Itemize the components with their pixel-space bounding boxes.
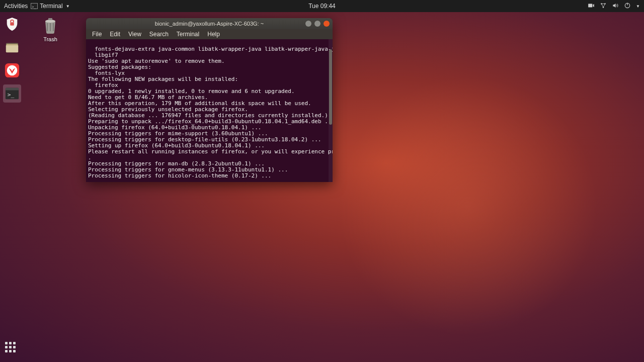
svg-rect-6 (10, 22, 14, 26)
menu-edit[interactable]: Edit (107, 30, 123, 38)
dock-item-shield[interactable] (3, 15, 21, 33)
close-button[interactable] (324, 21, 330, 27)
dock-item-files[interactable] (3, 38, 21, 56)
trash-icon (40, 15, 60, 35)
volume-icon[interactable] (612, 2, 619, 11)
menu-terminal[interactable]: Terminal (174, 30, 202, 38)
desktop-icon-trash[interactable]: Trash (34, 15, 66, 42)
network-icon[interactable] (600, 2, 607, 11)
activities-button[interactable]: Activities (4, 3, 28, 10)
screen-record-icon[interactable] (588, 2, 595, 11)
terminal-window: bionic_admin@yaxollum-Aspire-XC-603G: ~ … (86, 18, 333, 182)
top-panel: Activities Terminal ▼ Tue 09:44 ▼ (0, 0, 644, 12)
svg-rect-0 (588, 4, 592, 7)
menu-file[interactable]: File (89, 30, 105, 38)
minimize-button[interactable] (305, 21, 311, 27)
titlebar[interactable]: bionic_admin@yaxollum-Aspire-XC-603G: ~ (86, 18, 333, 29)
window-title: bionic_admin@yaxollum-Aspire-XC-603G: ~ (155, 21, 264, 27)
menubar: File Edit View Search Terminal Help (86, 29, 333, 39)
chevron-down-icon[interactable]: ▼ (636, 4, 640, 9)
terminal-scrollbar[interactable] (329, 39, 333, 182)
svg-rect-16 (48, 18, 52, 20)
svg-point-11 (7, 65, 18, 76)
terminal-output[interactable]: fonts-dejavu-extra java-common libatk-wr… (86, 39, 333, 182)
app-menu-label: Terminal (40, 3, 62, 10)
chevron-down-icon: ▼ (66, 4, 70, 9)
svg-rect-9 (7, 44, 18, 45)
svg-rect-8 (6, 45, 18, 52)
terminal-icon (31, 3, 38, 9)
dock: >_ (0, 12, 24, 362)
svg-rect-13 (6, 88, 19, 90)
menu-view[interactable]: View (125, 30, 144, 38)
desktop-icon-label: Trash (34, 36, 66, 42)
dock-item-vivaldi[interactable] (3, 61, 21, 79)
menu-help[interactable]: Help (204, 30, 223, 38)
maximize-button[interactable] (314, 21, 320, 27)
power-icon[interactable] (624, 2, 631, 11)
svg-text:>_: >_ (8, 92, 15, 98)
menu-search[interactable]: Search (146, 30, 172, 38)
show-applications-button[interactable] (5, 342, 19, 356)
scrollbar-thumb[interactable] (329, 49, 332, 125)
clock[interactable]: Tue 09:44 (308, 3, 336, 10)
dock-item-terminal[interactable]: >_ (3, 84, 21, 103)
app-menu[interactable]: Terminal ▼ (31, 3, 69, 10)
wallpaper-ornament (337, 75, 599, 337)
svg-rect-5 (627, 3, 627, 5)
